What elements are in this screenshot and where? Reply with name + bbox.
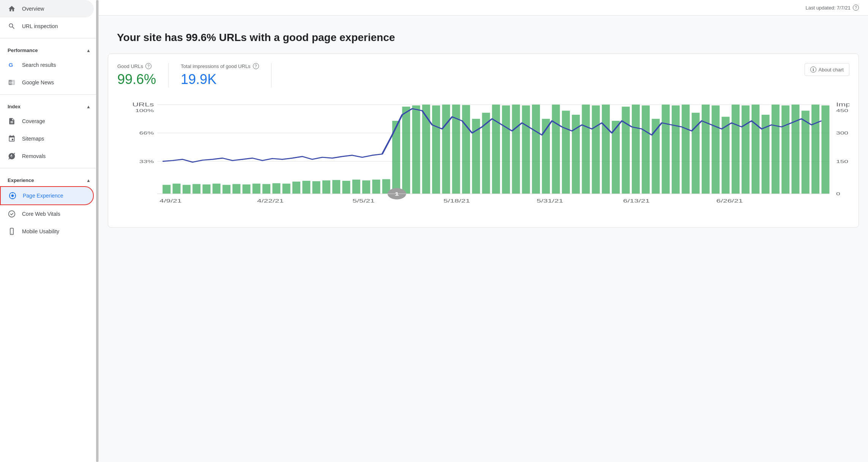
svg-rect-89 [821, 106, 829, 194]
svg-rect-60 [532, 105, 540, 194]
svg-rect-30 [232, 184, 240, 194]
svg-text:0: 0 [836, 191, 840, 196]
svg-rect-25 [183, 185, 191, 194]
svg-rect-78 [712, 106, 720, 194]
section-performance[interactable]: Performance ▲ [0, 41, 98, 56]
sidebar-item-search-results[interactable]: G Search results [0, 56, 94, 74]
divider-1 [0, 38, 98, 38]
svg-rect-39 [322, 180, 330, 194]
svg-rect-55 [482, 113, 490, 194]
svg-rect-27 [202, 185, 210, 194]
sitemaps-icon [8, 134, 16, 143]
svg-rect-74 [672, 106, 680, 194]
section-index[interactable]: Index ▲ [0, 98, 98, 112]
hero-title: Your site has 99.6% URLs with a good pag… [117, 31, 850, 44]
help-icon[interactable]: ? [853, 5, 859, 11]
svg-rect-81 [742, 106, 750, 194]
info-icon: ℹ [810, 66, 816, 73]
sidebar-item-coverage[interactable]: Coverage [0, 112, 94, 130]
sidebar-item-google-news[interactable]: GN Google News [0, 74, 94, 91]
sidebar-item-mobile-usability[interactable]: Mobile Usability [0, 223, 94, 240]
svg-rect-42 [352, 180, 360, 194]
svg-text:6/13/21: 6/13/21 [623, 198, 650, 204]
svg-text:5/18/21: 5/18/21 [443, 198, 470, 204]
section-performance-label: Performance [8, 47, 38, 53]
svg-rect-59 [522, 106, 530, 194]
sidebar-item-sitemaps[interactable]: Sitemaps [0, 130, 94, 147]
svg-text:G: G [9, 62, 13, 68]
metric-total-impressions-value: 19.9K [181, 71, 259, 87]
svg-rect-77 [702, 105, 710, 194]
chevron-index-icon: ▲ [86, 104, 91, 109]
sidebar-item-url-inspection[interactable]: URL inspection [0, 17, 94, 35]
sidebar: Overview URL inspection Performance ▲ G … [0, 0, 99, 462]
about-chart-button[interactable]: ℹ About chart [805, 63, 850, 76]
svg-rect-70 [632, 105, 640, 194]
google-news-icon: GN [8, 78, 16, 87]
chevron-performance-icon: ▲ [86, 48, 91, 53]
svg-rect-50 [432, 106, 440, 194]
scrollbar[interactable] [96, 0, 98, 462]
svg-rect-34 [272, 184, 280, 194]
svg-text:100%: 100% [135, 108, 154, 113]
svg-rect-82 [751, 105, 759, 194]
section-experience[interactable]: Experience ▲ [0, 171, 98, 186]
removals-icon [8, 152, 16, 160]
sidebar-item-page-experience[interactable]: Page Experience [0, 186, 94, 205]
svg-rect-62 [552, 105, 560, 194]
sidebar-item-page-experience-label: Page Experience [23, 193, 63, 199]
sidebar-item-search-results-label: Search results [22, 62, 56, 68]
svg-text:4/22/21: 4/22/21 [257, 198, 284, 204]
last-updated-text: Last updated: 7/7/21 [805, 5, 851, 11]
svg-rect-32 [253, 184, 260, 194]
svg-text:6/26/21: 6/26/21 [716, 198, 743, 204]
svg-rect-51 [442, 105, 450, 194]
svg-text:450: 450 [836, 108, 848, 113]
sidebar-item-sitemaps-label: Sitemaps [22, 136, 44, 142]
svg-rect-49 [422, 105, 430, 194]
sidebar-item-mobile-usability-label: Mobile Usability [22, 228, 59, 234]
top-bar: Last updated: 7/7/21 ? [99, 0, 868, 16]
sidebar-item-overview[interactable]: Overview [0, 0, 94, 17]
divider-2 [0, 94, 98, 95]
svg-rect-86 [792, 105, 800, 194]
svg-rect-88 [811, 105, 819, 194]
metric-total-impressions-label: Total impressions of good URLs ? [181, 63, 259, 69]
svg-rect-65 [582, 105, 590, 194]
svg-rect-85 [781, 106, 789, 194]
svg-text:5/31/21: 5/31/21 [537, 198, 563, 204]
svg-rect-73 [662, 105, 670, 194]
good-urls-help-icon[interactable]: ? [145, 63, 152, 69]
sidebar-item-core-web-vitals[interactable]: Core Web Vitals [0, 205, 94, 223]
search-icon [8, 22, 16, 30]
svg-text:33%: 33% [139, 159, 154, 164]
svg-rect-37 [302, 181, 310, 194]
divider-3 [0, 168, 98, 168]
chart-area: URLs 100% 66% 33% Impressions 450 300 15… [117, 97, 849, 218]
svg-rect-57 [502, 106, 510, 194]
coverage-icon [8, 117, 16, 125]
metric-good-urls-label: Good URLs ? [117, 63, 156, 69]
chart-card: Good URLs ? 99.6% Total impressions of g… [108, 54, 859, 228]
section-index-label: Index [8, 104, 21, 109]
page-experience-icon [8, 191, 17, 200]
metric-good-urls: Good URLs ? 99.6% [117, 63, 169, 87]
svg-rect-41 [342, 181, 350, 194]
section-experience-label: Experience [8, 177, 34, 183]
svg-rect-28 [213, 184, 221, 194]
svg-rect-58 [512, 105, 520, 194]
sidebar-item-removals[interactable]: Removals [0, 147, 94, 165]
svg-text:300: 300 [836, 131, 848, 135]
metrics-row: Good URLs ? 99.6% Total impressions of g… [117, 63, 849, 87]
svg-rect-69 [622, 107, 630, 194]
svg-rect-35 [282, 184, 290, 194]
svg-rect-44 [372, 180, 380, 194]
svg-rect-48 [412, 106, 420, 194]
svg-rect-84 [772, 105, 780, 194]
svg-text:5/5/21: 5/5/21 [352, 198, 374, 204]
about-chart-label: About chart [819, 67, 844, 73]
total-impressions-help-icon[interactable]: ? [253, 63, 259, 69]
svg-rect-29 [223, 185, 230, 194]
home-icon [8, 5, 16, 13]
hero-section: Your site has 99.6% URLs with a good pag… [99, 16, 868, 54]
